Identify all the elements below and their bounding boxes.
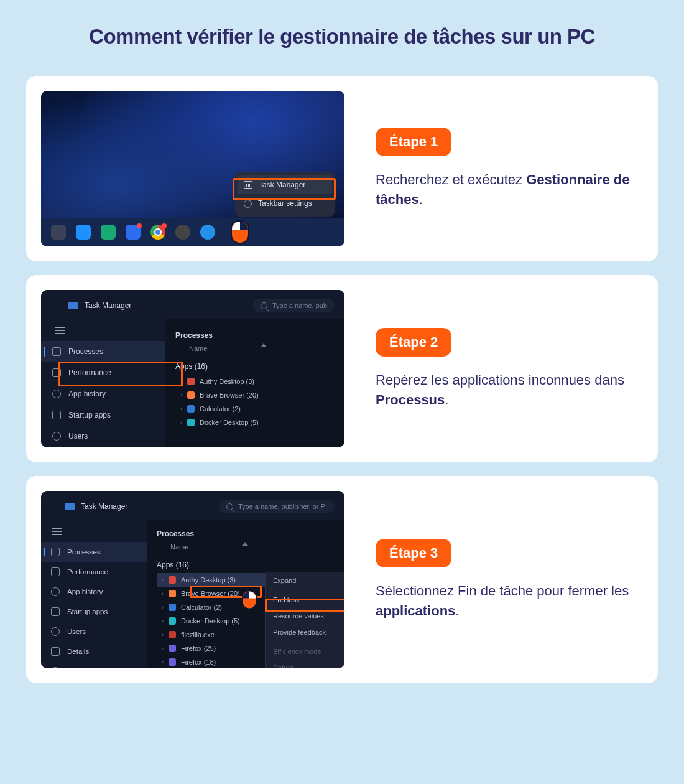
task-manager-sidebar: Processes Performance App history Startu…	[41, 520, 147, 668]
taskbar-app-icon[interactable]	[175, 225, 190, 240]
search-placeholder: Type a name, pub	[272, 302, 327, 309]
search-placeholder: Type a name, publisher, or PI	[238, 503, 327, 510]
search-box[interactable]: Type a name, pub	[253, 299, 335, 312]
nav-users[interactable]: Users	[41, 426, 165, 447]
step-3-description: Sélectionnez Fin de tâche pour fermer le…	[376, 581, 640, 621]
nav-services[interactable]: Services	[41, 661, 147, 668]
section-header-processes: Processes	[175, 324, 344, 345]
search-box[interactable]: Type a name, publisher, or PI	[219, 500, 335, 513]
step-1-badge: Étape 1	[376, 128, 451, 156]
nav-app-history[interactable]: App history	[41, 582, 147, 602]
nav-startup-apps[interactable]: Startup apps	[41, 404, 165, 426]
hamburger-icon[interactable]	[52, 531, 62, 532]
nav-app-history[interactable]: App history	[41, 383, 165, 404]
search-icon	[226, 503, 233, 510]
step-1-screenshot: Task Manager Taskbar settings	[41, 91, 344, 246]
task-manager-logo-icon	[65, 503, 75, 510]
section-header-processes: Processes	[157, 522, 344, 543]
taskbar-zoom-icon[interactable]	[126, 225, 141, 240]
context-menu: Expand End task Resource values Provide …	[265, 572, 344, 668]
step-3-screenshot: Task Manager Type a name, publisher, or …	[41, 491, 344, 668]
step-3-card: Task Manager Type a name, publisher, or …	[26, 476, 658, 683]
highlight-end-task	[265, 599, 344, 612]
taskbar-app-icon[interactable]	[51, 225, 66, 240]
app-row[interactable]: ›Docker Desktop (5)	[175, 416, 344, 429]
search-icon	[261, 302, 267, 309]
sort-caret-icon	[242, 542, 248, 546]
taskbar-app-icon[interactable]	[76, 225, 91, 240]
ctx-provide-feedback[interactable]: Provide feedback	[266, 624, 344, 640]
windows-taskbar	[41, 218, 344, 246]
highlight-processes-nav	[58, 362, 183, 386]
step-1-card: Task Manager Taskbar settings Étape 1	[26, 76, 658, 261]
step-2-description: Repérez les applications inconnues dans …	[376, 370, 640, 410]
nav-startup-apps[interactable]: Startup apps	[41, 602, 147, 622]
mouse-cursor-icon	[231, 220, 249, 244]
ctx-efficiency-mode[interactable]: Efficiency mode	[266, 643, 344, 660]
page-title: Comment vérifier le gestionnaire de tâch…	[26, 25, 658, 49]
ctx-debug[interactable]: Debug	[266, 660, 344, 668]
app-row[interactable]: ›Calculator (2)	[175, 402, 344, 416]
nav-processes[interactable]: Processes	[41, 542, 147, 562]
hamburger-icon[interactable]	[55, 330, 65, 331]
taskbar-docker-icon[interactable]	[200, 225, 215, 240]
apps-group-header[interactable]: Apps (16)	[157, 556, 344, 573]
apps-group-header[interactable]: Apps (16)	[175, 357, 344, 375]
nav-users[interactable]: Users	[41, 622, 147, 642]
app-row[interactable]: ›Authy Desktop (3)	[175, 375, 344, 388]
step-2-screenshot: Task Manager Type a name, pub Processes …	[41, 290, 344, 447]
taskbar-chrome-icon[interactable]	[150, 225, 165, 240]
step-2-card: Task Manager Type a name, pub Processes …	[26, 275, 658, 462]
step-2-badge: Étape 2	[376, 328, 451, 357]
app-row[interactable]: ›Brave Browser (20)	[175, 388, 344, 402]
step-3-badge: Étape 3	[376, 539, 451, 567]
nav-processes[interactable]: Processes	[41, 341, 165, 362]
step-1-description: Recherchez et exécutez Gestionnaire de t…	[376, 170, 640, 210]
task-manager-logo-icon	[68, 302, 78, 309]
column-name[interactable]: Name	[189, 345, 344, 357]
menu-item-taskbar-settings[interactable]: Taskbar settings	[258, 199, 312, 208]
nav-performance[interactable]: Performance	[41, 562, 147, 582]
window-title: Task Manager	[81, 502, 127, 511]
window-title: Task Manager	[85, 301, 131, 310]
mouse-cursor-icon	[242, 590, 257, 609]
sort-caret-icon	[261, 343, 267, 347]
highlight-task-manager	[233, 178, 336, 200]
ctx-expand[interactable]: Expand	[266, 572, 344, 589]
taskbar-app-icon[interactable]	[101, 225, 116, 240]
gear-icon	[244, 200, 252, 208]
nav-details[interactable]: Details	[41, 642, 147, 661]
column-name[interactable]: Name	[170, 543, 344, 556]
